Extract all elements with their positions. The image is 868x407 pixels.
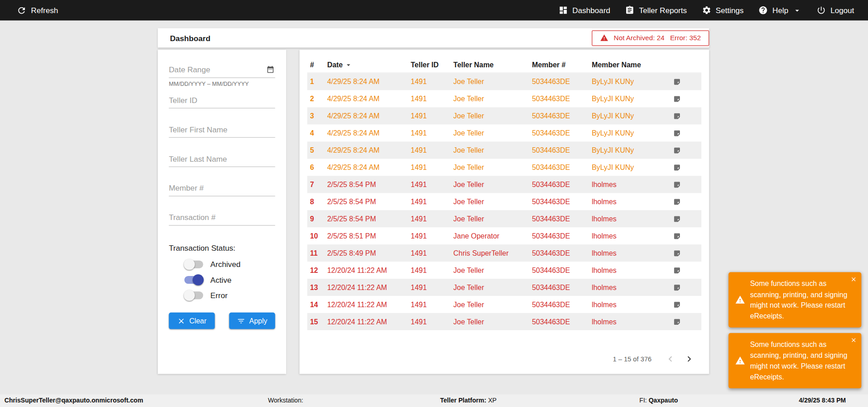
archived-switch[interactable] bbox=[184, 259, 203, 270]
row-date: 2/5/25 8:54 PM bbox=[327, 197, 411, 206]
nav-teller-reports[interactable]: Teller Reports bbox=[625, 5, 687, 15]
toggle-error[interactable]: Error bbox=[169, 288, 275, 303]
toast-close-button[interactable] bbox=[850, 276, 857, 283]
date-range-input[interactable] bbox=[169, 61, 275, 78]
table-row[interactable]: 6 4/29/25 8:24 AM 1491 Joe Teller 503446… bbox=[307, 159, 702, 176]
date-format-hint: MM/DD/YYYY – MM/DD/YYYY bbox=[169, 80, 249, 87]
row-date: 2/5/25 8:54 PM bbox=[327, 215, 411, 223]
note-icon[interactable] bbox=[673, 318, 681, 325]
next-page-button[interactable] bbox=[683, 352, 696, 365]
row-member-number: 5034463DE bbox=[532, 94, 592, 103]
chevron-left-icon bbox=[665, 353, 676, 364]
refresh-button[interactable]: Refresh bbox=[17, 5, 58, 15]
table-row[interactable]: 15 12/20/24 11:22 AM 1491 Joe Teller 503… bbox=[307, 313, 702, 330]
nav-logout[interactable]: Logout bbox=[816, 5, 854, 15]
nav-dashboard[interactable]: Dashboard bbox=[558, 5, 610, 15]
row-teller-name: Jane Operator bbox=[453, 232, 532, 240]
transaction-number-input[interactable] bbox=[169, 209, 275, 226]
table-row[interactable]: 8 2/5/25 8:54 PM 1491 Joe Teller 5034463… bbox=[307, 193, 702, 210]
note-icon[interactable] bbox=[673, 78, 681, 85]
transactions-table: # Date Teller ID Teller Name Member # Me… bbox=[299, 50, 709, 374]
header-date[interactable]: Date bbox=[327, 61, 411, 69]
calendar-icon[interactable] bbox=[266, 65, 274, 73]
teller-last-name-input[interactable] bbox=[169, 150, 275, 167]
row-teller-id: 1491 bbox=[411, 180, 453, 188]
row-number: 10 bbox=[307, 232, 327, 240]
clear-button[interactable]: Clear bbox=[169, 313, 215, 329]
row-teller-name: Joe Teller bbox=[453, 283, 532, 291]
toggle-active[interactable]: Active bbox=[169, 272, 275, 287]
status-alert-badge[interactable]: Not Archived: 24 Error: 352 bbox=[592, 30, 709, 46]
teller-first-name-input[interactable] bbox=[169, 121, 275, 138]
nav-help[interactable]: Help bbox=[759, 5, 802, 15]
header-member-name[interactable]: Member Name bbox=[592, 61, 673, 69]
note-icon[interactable] bbox=[673, 95, 681, 103]
row-teller-name: Joe Teller bbox=[453, 77, 532, 85]
row-member-name: ByLyJI KUNy bbox=[592, 146, 673, 154]
row-teller-id: 1491 bbox=[411, 318, 453, 326]
prev-page-button[interactable] bbox=[664, 352, 677, 365]
apply-button[interactable]: Apply bbox=[229, 313, 275, 329]
table-row[interactable]: 1 4/29/25 8:24 AM 1491 Joe Teller 503446… bbox=[307, 73, 702, 90]
row-member-number: 5034463DE bbox=[532, 283, 592, 291]
table-row[interactable]: 13 12/20/24 11:22 AM 1491 Joe Teller 503… bbox=[307, 279, 702, 296]
teller-id-input[interactable] bbox=[169, 92, 275, 108]
note-icon[interactable] bbox=[673, 267, 681, 274]
table-row[interactable]: 4 4/29/25 8:24 AM 1491 Joe Teller 503446… bbox=[307, 125, 702, 142]
table-row[interactable]: 12 12/20/24 11:22 AM 1491 Joe Teller 503… bbox=[307, 262, 702, 279]
row-member-name: lholmes bbox=[592, 318, 673, 326]
note-icon[interactable] bbox=[673, 215, 681, 223]
fi-value: Qaxpauto bbox=[649, 397, 678, 404]
row-member-name: lholmes bbox=[592, 283, 673, 291]
row-number: 2 bbox=[307, 94, 327, 103]
table-row[interactable]: 3 4/29/25 8:24 AM 1491 Joe Teller 503446… bbox=[307, 108, 702, 125]
table-row[interactable]: 11 2/5/25 8:49 PM 1491 Chris SuperTeller… bbox=[307, 244, 702, 262]
toast-notification: Some functions such as scanning, printin… bbox=[728, 333, 861, 388]
note-icon[interactable] bbox=[673, 249, 681, 257]
header-teller-name[interactable]: Teller Name bbox=[453, 61, 532, 69]
chevron-down-icon bbox=[793, 6, 802, 15]
note-icon[interactable] bbox=[673, 198, 681, 206]
table-row[interactable]: 9 2/5/25 8:54 PM 1491 Joe Teller 5034463… bbox=[307, 210, 702, 227]
table-row[interactable]: 7 2/5/25 8:54 PM 1491 Joe Teller 5034463… bbox=[307, 176, 702, 193]
row-teller-name: Joe Teller bbox=[453, 129, 532, 137]
power-icon bbox=[816, 5, 826, 15]
row-teller-name: Joe Teller bbox=[453, 146, 532, 154]
note-icon[interactable] bbox=[673, 284, 681, 291]
nav-dashboard-label: Dashboard bbox=[572, 6, 610, 15]
toggle-archived[interactable]: Archived bbox=[169, 257, 275, 272]
financial-institution: FI: Qaxpauto bbox=[639, 394, 678, 407]
close-icon bbox=[850, 337, 857, 344]
note-icon[interactable] bbox=[673, 181, 681, 188]
error-switch[interactable] bbox=[184, 290, 203, 301]
note-icon[interactable] bbox=[673, 146, 681, 154]
table-row[interactable]: 5 4/29/25 8:24 AM 1491 Joe Teller 503446… bbox=[307, 141, 702, 159]
table-header-row: # Date Teller ID Teller Name Member # Me… bbox=[307, 57, 702, 73]
table-body: 1 4/29/25 8:24 AM 1491 Joe Teller 503446… bbox=[307, 73, 702, 330]
table-row[interactable]: 2 4/29/25 8:24 AM 1491 Joe Teller 503446… bbox=[307, 90, 702, 108]
toast-close-button[interactable] bbox=[850, 337, 857, 344]
row-teller-id: 1491 bbox=[411, 215, 453, 223]
active-switch[interactable] bbox=[184, 274, 203, 285]
table-row[interactable]: 10 2/5/25 8:51 PM 1491 Jane Operator 503… bbox=[307, 227, 702, 244]
row-number: 8 bbox=[307, 197, 327, 206]
note-icon[interactable] bbox=[673, 164, 681, 171]
header-num[interactable]: # bbox=[307, 61, 327, 69]
note-icon[interactable] bbox=[673, 301, 681, 309]
nav-settings[interactable]: Settings bbox=[702, 5, 744, 15]
note-icon[interactable] bbox=[673, 129, 681, 137]
row-member-name: lholmes bbox=[592, 266, 673, 274]
header-member-number[interactable]: Member # bbox=[532, 61, 592, 69]
table-row[interactable]: 14 12/20/24 11:22 AM 1491 Joe Teller 503… bbox=[307, 296, 702, 313]
row-date: 12/20/24 11:22 AM bbox=[327, 283, 411, 291]
row-member-number: 5034463DE bbox=[532, 300, 592, 309]
top-nav: Refresh Dashboard Teller Reports Setting… bbox=[0, 0, 868, 20]
header-teller-id[interactable]: Teller ID bbox=[411, 61, 453, 69]
member-number-input[interactable] bbox=[169, 180, 275, 196]
note-icon[interactable] bbox=[673, 112, 681, 120]
row-member-name: ByLyJI KUNy bbox=[592, 112, 673, 120]
help-icon bbox=[759, 5, 768, 15]
filter-panel: MM/DD/YYYY – MM/DD/YYYY Transaction Stat… bbox=[158, 50, 286, 374]
note-icon[interactable] bbox=[673, 232, 681, 240]
logged-in-user: ChrisSuperTeller@qaxpauto.onmicrosoft.co… bbox=[5, 394, 143, 407]
